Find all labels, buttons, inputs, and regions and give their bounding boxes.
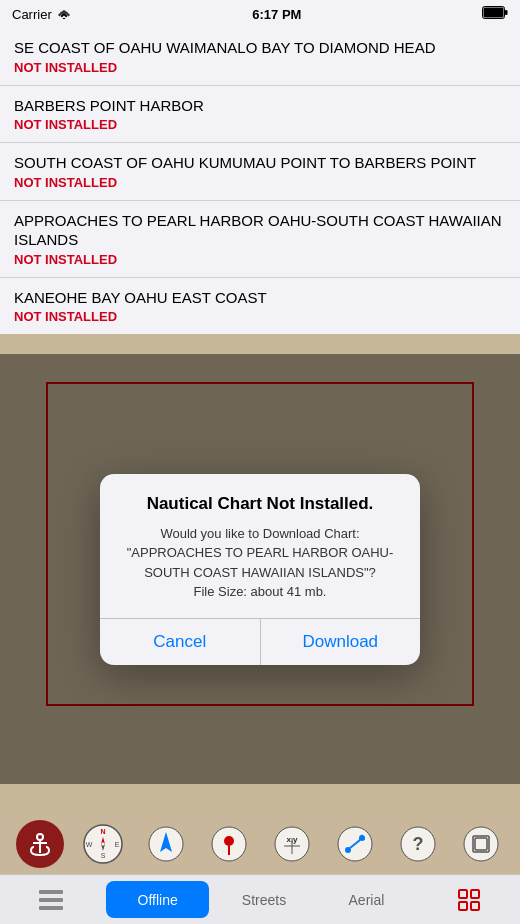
tab-bar: Offline Streets Aerial bbox=[0, 874, 520, 924]
chart-title: APPROACHES TO PEARL HARBOR OAHU-SOUTH CO… bbox=[14, 211, 506, 250]
modal-title: Nautical Chart Not Installed. bbox=[120, 494, 400, 514]
tab-aerial[interactable]: Aerial bbox=[315, 875, 417, 924]
svg-rect-39 bbox=[471, 902, 479, 910]
svg-point-4 bbox=[37, 834, 43, 840]
list-item[interactable]: KANEOHE BAY OAHU EAST COAST NOT INSTALLE… bbox=[0, 278, 520, 335]
chart-status: NOT INSTALLED bbox=[14, 175, 506, 190]
compass-button[interactable]: N S W E bbox=[79, 820, 127, 868]
status-time: 6:17 PM bbox=[252, 7, 301, 22]
modal-body: Would you like to Download Chart: "APPRO… bbox=[120, 524, 400, 602]
navigate-button[interactable] bbox=[142, 820, 190, 868]
svg-rect-38 bbox=[459, 902, 467, 910]
modal-buttons: Cancel Download bbox=[100, 619, 420, 665]
modal-dialog: Nautical Chart Not Installed. Would you … bbox=[100, 474, 420, 665]
tab-streets[interactable]: Streets bbox=[213, 875, 315, 924]
status-left: Carrier bbox=[12, 7, 72, 22]
bottom-toolbar: N S W E x,y bbox=[0, 814, 520, 874]
route-button[interactable] bbox=[331, 820, 379, 868]
tab-list[interactable] bbox=[0, 875, 102, 924]
modal-overlay: Nautical Chart Not Installed. Would you … bbox=[0, 354, 520, 784]
status-bar: Carrier 6:17 PM bbox=[0, 0, 520, 28]
chart-title: BARBERS POINT HARBOR bbox=[14, 96, 506, 116]
list-item[interactable]: SOUTH COAST OF OAHU KUMUMAU POINT TO BAR… bbox=[0, 143, 520, 201]
status-right bbox=[482, 6, 508, 22]
svg-rect-34 bbox=[39, 898, 63, 902]
svg-text:W: W bbox=[85, 841, 92, 848]
cancel-button[interactable]: Cancel bbox=[100, 619, 260, 665]
svg-rect-2 bbox=[484, 8, 504, 18]
tab-streets-label: Streets bbox=[242, 892, 286, 908]
tab-offline[interactable]: Offline bbox=[106, 881, 208, 918]
chart-status: NOT INSTALLED bbox=[14, 309, 506, 324]
chart-status: NOT INSTALLED bbox=[14, 60, 506, 75]
layers-button[interactable] bbox=[457, 820, 505, 868]
list-item[interactable]: SE COAST OF OAHU WAIMANALO BAY TO DIAMON… bbox=[0, 28, 520, 86]
svg-point-17 bbox=[224, 836, 234, 846]
svg-point-0 bbox=[63, 17, 65, 18]
download-button[interactable]: Download bbox=[261, 619, 421, 665]
list-item[interactable]: BARBERS POINT HARBOR NOT INSTALLED bbox=[0, 86, 520, 144]
chart-status: NOT INSTALLED bbox=[14, 252, 506, 267]
tab-aerial-label: Aerial bbox=[349, 892, 385, 908]
modal-file-size: File Size: about 41 mb. bbox=[194, 584, 327, 599]
svg-point-30 bbox=[464, 827, 498, 861]
svg-text:S: S bbox=[100, 852, 105, 859]
chart-title: SOUTH COAST OF OAHU KUMUMAU POINT TO BAR… bbox=[14, 153, 506, 173]
svg-rect-3 bbox=[505, 10, 508, 15]
chart-title: KANEOHE BAY OAHU EAST COAST bbox=[14, 288, 506, 308]
svg-rect-33 bbox=[39, 890, 63, 894]
battery-icon bbox=[482, 6, 508, 22]
pin-button[interactable] bbox=[205, 820, 253, 868]
list-item[interactable]: APPROACHES TO PEARL HARBOR OAHU-SOUTH CO… bbox=[0, 201, 520, 278]
svg-text:?: ? bbox=[412, 834, 423, 854]
svg-rect-35 bbox=[39, 906, 63, 910]
svg-rect-37 bbox=[471, 890, 479, 898]
help-button[interactable]: ? bbox=[394, 820, 442, 868]
carrier-label: Carrier bbox=[12, 7, 52, 22]
anchor-button[interactable] bbox=[16, 820, 64, 868]
tab-offline-label: Offline bbox=[138, 892, 178, 908]
tab-grid[interactable] bbox=[418, 875, 520, 924]
modal-content: Nautical Chart Not Installed. Would you … bbox=[100, 474, 420, 602]
modal-body-text: Would you like to Download Chart: "APPRO… bbox=[127, 526, 394, 580]
svg-rect-36 bbox=[459, 890, 467, 898]
chart-list: SE COAST OF OAHU WAIMANALO BAY TO DIAMON… bbox=[0, 28, 520, 334]
chart-title: SE COAST OF OAHU WAIMANALO BAY TO DIAMON… bbox=[14, 38, 506, 58]
chart-status: NOT INSTALLED bbox=[14, 117, 506, 132]
wifi-icon bbox=[56, 7, 72, 22]
svg-text:N: N bbox=[100, 828, 105, 835]
coordinates-button[interactable]: x,y bbox=[268, 820, 316, 868]
svg-text:E: E bbox=[114, 841, 119, 848]
